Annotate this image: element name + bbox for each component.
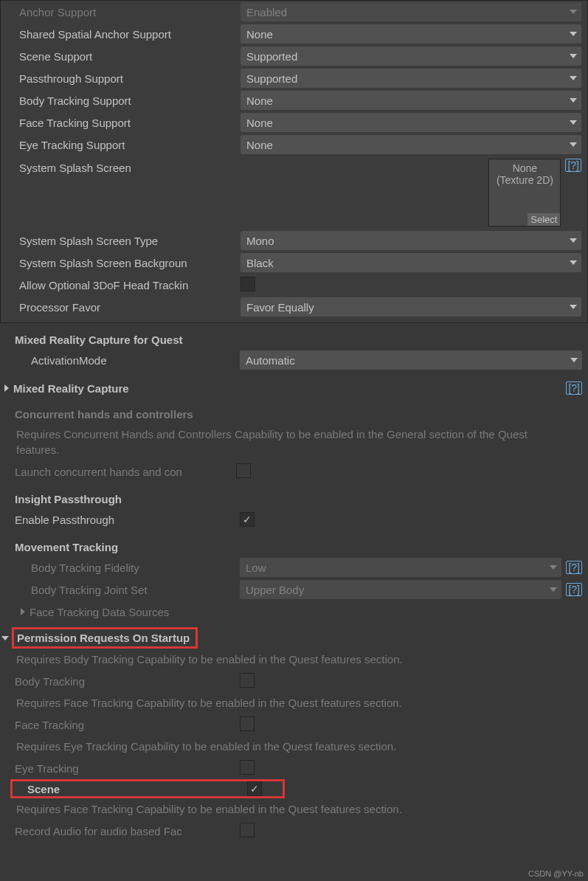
splash-help-icon[interactable]: [?]	[565, 159, 581, 172]
concurrent-info: Requires Concurrent Hands and Controller…	[0, 424, 588, 460]
activation-mode-dropdown[interactable]: Automatic	[240, 350, 582, 370]
activation-mode-label: ActivationMode	[31, 354, 240, 367]
texture-select-button[interactable]: Select	[528, 213, 560, 226]
processor-favor-label: Processor Favor	[19, 301, 241, 314]
splash-screen-label: System Splash Screen	[19, 159, 241, 174]
body-req-info: Requires Body Tracking Capability to be …	[0, 649, 588, 670]
splash-screen-texture-picker[interactable]: None (Texture 2D) Select	[488, 159, 561, 227]
permissions-foldout-arrow-icon[interactable]	[1, 636, 9, 640]
anchor-support-dropdown: Enabled	[241, 2, 581, 21]
permissions-header[interactable]: Permission Requests On Startup	[12, 627, 198, 649]
splash-bg-label: System Splash Screen Backgroun	[19, 257, 241, 269]
splash-type-dropdown[interactable]: Mono	[241, 231, 581, 250]
body-tracking-support-dropdown[interactable]: None	[241, 91, 581, 110]
perm-body-label: Body Tracking	[15, 675, 240, 688]
perm-eye-label: Eye Tracking	[15, 762, 240, 775]
mrc-foldout-arrow-icon[interactable]	[4, 384, 9, 392]
shared-anchor-dropdown[interactable]: None	[241, 24, 581, 44]
eye-tracking-support-dropdown[interactable]: None	[241, 135, 581, 154]
face-sources-arrow-icon[interactable]	[21, 608, 25, 615]
allow-3dof-checkbox[interactable]	[241, 277, 255, 291]
insight-passthrough-header: Insight Passthrough	[0, 483, 588, 508]
body-fidelity-help-icon[interactable]: [?]	[566, 561, 582, 574]
body-tracking-support-label: Body Tracking Support	[19, 94, 241, 107]
mrc-help-icon[interactable]: [?]	[566, 381, 582, 395]
mrc-quest-header: Mixed Reality Capture for Quest	[0, 326, 588, 349]
launch-concurrent-label: Launch concurrent hands and con	[15, 466, 236, 478]
texture-none-label: None	[513, 162, 537, 174]
splash-bg-dropdown[interactable]: Black	[241, 253, 581, 272]
enable-passthrough-checkbox[interactable]: ✓	[240, 512, 255, 527]
passthrough-support-dropdown[interactable]: Supported	[241, 69, 581, 88]
body-joint-set-label: Body Tracking Joint Set	[31, 584, 240, 596]
face-sources-foldout[interactable]: Face Tracking Data Sources	[30, 606, 169, 618]
body-joint-set-dropdown: Upper Body	[240, 580, 561, 599]
launch-concurrent-checkbox	[236, 463, 251, 478]
perm-audio-checkbox	[240, 823, 255, 837]
perm-body-checkbox	[240, 673, 255, 688]
allow-3dof-label: Allow Optional 3DoF Head Trackin	[19, 279, 241, 291]
audio-req-info: Requires Face Tracking Capability to be …	[0, 798, 588, 820]
face-tracking-support-label: Face Tracking Support	[19, 117, 241, 129]
texture-type-label: (Texture 2D)	[497, 174, 553, 186]
perm-face-label: Face Tracking	[15, 719, 240, 731]
scene-support-label: Scene Support	[19, 50, 241, 63]
concurrent-header: Concurrent hands and controllers	[0, 398, 588, 424]
body-fidelity-dropdown: Low	[240, 558, 561, 577]
eye-req-info: Requires Eye Tracking Capability to be e…	[0, 736, 588, 757]
mrc-header[interactable]: Mixed Reality Capture	[13, 382, 561, 395]
eye-tracking-support-label: Eye Tracking Support	[19, 139, 241, 151]
perm-audio-label: Record Audio for audio based Fac	[15, 825, 240, 837]
enable-passthrough-label: Enable Passthrough	[15, 514, 240, 526]
splash-type-label: System Splash Screen Type	[19, 235, 241, 247]
movement-tracking-header: Movement Tracking	[0, 531, 588, 556]
perm-scene-label: Scene	[27, 783, 247, 795]
perm-scene-checkbox[interactable]: ✓	[247, 781, 262, 796]
face-req-info: Requires Face Tracking Capability to be …	[0, 692, 588, 714]
body-joint-set-help-icon[interactable]: [?]	[566, 583, 582, 596]
shared-anchor-label: Shared Spatial Anchor Support	[19, 28, 241, 41]
processor-favor-dropdown[interactable]: Favor Equally	[241, 297, 581, 317]
passthrough-support-label: Passthrough Support	[19, 72, 241, 85]
anchor-support-label: Anchor Support	[19, 6, 241, 18]
perm-eye-checkbox	[240, 760, 255, 775]
perm-face-checkbox	[240, 716, 255, 731]
face-tracking-support-dropdown[interactable]: None	[241, 113, 581, 132]
body-fidelity-label: Body Tracking Fidelity	[31, 562, 240, 574]
scene-support-dropdown[interactable]: Supported	[241, 46, 581, 66]
